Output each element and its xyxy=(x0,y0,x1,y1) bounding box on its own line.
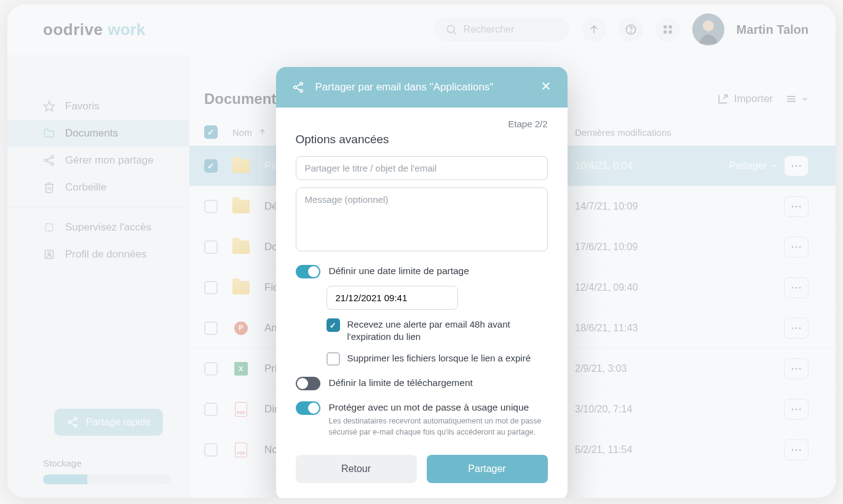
download-label: Définir la limite de téléchargement xyxy=(329,377,548,390)
option-password: Protéger avec un mot de passe à usage un… xyxy=(296,401,548,438)
advanced-title: Options avancées xyxy=(296,133,548,146)
modal-body: Etape 2/2 Options avancées Définir une d… xyxy=(276,108,568,443)
password-label: Protéger avec un mot de passe à usage un… xyxy=(329,401,548,414)
svg-line-56 xyxy=(296,84,299,87)
password-desc: Les destinataires recevront automatiquem… xyxy=(329,416,548,438)
message-input[interactable] xyxy=(296,187,548,251)
svg-point-55 xyxy=(299,90,302,92)
app-window: oodrive work Rechercher Martin Talon Fav… xyxy=(7,4,836,498)
password-toggle[interactable] xyxy=(296,401,320,415)
subject-input[interactable] xyxy=(296,156,548,180)
step-indicator: Etape 2/2 xyxy=(296,119,548,129)
svg-point-54 xyxy=(293,86,296,89)
delete-checkbox[interactable] xyxy=(327,352,340,366)
close-icon xyxy=(540,81,552,92)
svg-point-53 xyxy=(299,82,302,85)
alert-checkbox[interactable] xyxy=(327,318,340,332)
expiry-subblock: Recevez une alerte par email 48h avant l… xyxy=(327,286,548,366)
modal-overlay[interactable]: Partager par email dans "Applications" E… xyxy=(7,4,836,498)
share-button[interactable]: Partager xyxy=(427,455,548,483)
delete-label: Supprimer les fichiers lorsque le lien a… xyxy=(347,352,531,366)
close-button[interactable] xyxy=(540,81,552,95)
svg-line-57 xyxy=(296,88,299,90)
modal-header: Partager par email dans "Applications" xyxy=(276,67,568,108)
modal-footer: Retour Partager xyxy=(276,443,568,498)
expiry-toggle[interactable] xyxy=(296,265,320,278)
modal-title: Partager par email dans "Applications" xyxy=(315,81,494,93)
back-button[interactable]: Retour xyxy=(296,455,417,483)
option-expiry: Définir une date limite de partage xyxy=(296,265,548,278)
expiry-label: Définir une date limite de partage xyxy=(329,265,548,278)
share-modal: Partager par email dans "Applications" E… xyxy=(276,67,568,498)
share-icon xyxy=(292,81,304,93)
option-download-limit: Définir la limite de téléchargement xyxy=(296,377,548,390)
download-toggle[interactable] xyxy=(296,377,320,390)
alert-label: Recevez une alerte par email 48h avant l… xyxy=(347,318,548,344)
expiry-date-input[interactable] xyxy=(327,286,458,310)
